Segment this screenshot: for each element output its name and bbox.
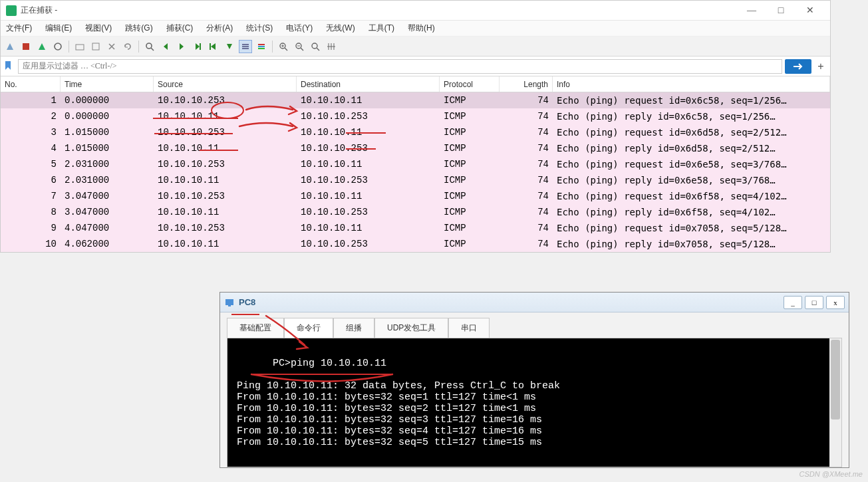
col-source-header[interactable]: Source — [154, 76, 297, 92]
table-row[interactable]: 20.00000010.10.10.1110.10.10.253ICMP74Ec… — [1, 108, 830, 124]
col-dst-cell: 10.10.10.11 — [297, 92, 440, 108]
col-proto-cell: ICMP — [440, 236, 500, 252]
table-row[interactable]: 41.01500010.10.10.1110.10.10.253ICMP74Ec… — [1, 140, 830, 156]
col-no-cell: 5 — [1, 156, 61, 172]
options-icon[interactable] — [51, 40, 65, 53]
packet-list[interactable]: 10.00000010.10.10.25310.10.10.11ICMP74Ec… — [1, 92, 830, 252]
table-row[interactable]: 83.04700010.10.10.1110.10.10.253ICMP74Ec… — [1, 204, 830, 220]
pc8-console[interactable]: PC>ping 10.10.10.11 Ping 10.10.10.11: 32… — [227, 338, 842, 467]
display-filter-input[interactable] — [18, 59, 782, 74]
minimize-button[interactable]: — — [737, 1, 766, 21]
tab-2[interactable]: 组播 — [333, 318, 374, 338]
col-info-cell: Echo (ping) request id=0x6c58, seq=1/256… — [553, 92, 830, 108]
maximize-button[interactable]: □ — [766, 1, 796, 21]
restart-capture-icon[interactable] — [35, 40, 49, 53]
tab-4[interactable]: 串口 — [448, 318, 490, 338]
go-first-icon[interactable] — [207, 40, 220, 53]
col-src-cell: 10.10.10.11 — [154, 204, 297, 220]
reload-icon[interactable] — [121, 40, 134, 53]
col-no-cell: 3 — [1, 124, 61, 140]
col-no-cell: 4 — [1, 140, 61, 156]
jump-packet-icon[interactable] — [191, 40, 204, 53]
svg-line-19 — [301, 48, 303, 51]
find-icon[interactable] — [143, 40, 156, 53]
table-row[interactable]: 52.03100010.10.10.25310.10.10.11ICMP74Ec… — [1, 156, 830, 172]
go-forward-icon[interactable] — [175, 40, 188, 53]
separator — [69, 41, 69, 53]
save-file-icon[interactable] — [89, 40, 102, 53]
stop-capture-icon[interactable] — [19, 40, 33, 53]
menu-统计[interactable]: 统计(S) — [243, 21, 275, 35]
pc8-titlebar[interactable]: PC8 _ □ x — [220, 293, 849, 312]
menu-视图[interactable]: 视图(V) — [82, 21, 114, 35]
resize-columns-icon[interactable] — [325, 40, 338, 53]
menu-分析[interactable]: 分析(A) — [204, 21, 235, 35]
menu-工具[interactable]: 工具(T) — [366, 21, 397, 35]
col-src-cell: 10.10.10.253 — [154, 220, 297, 236]
apply-filter-button[interactable] — [785, 59, 811, 74]
col-time-cell: 4.062000 — [61, 236, 154, 252]
menu-无线[interactable]: 无线(W) — [323, 21, 357, 35]
close-button[interactable]: ✕ — [796, 1, 825, 21]
table-row[interactable]: 10.00000010.10.10.25310.10.10.11ICMP74Ec… — [1, 92, 830, 108]
table-row[interactable]: 104.06200010.10.10.1110.10.10.253ICMP74E… — [1, 236, 830, 252]
col-dst-cell: 10.10.10.253 — [297, 236, 440, 252]
table-row[interactable]: 94.04700010.10.10.25310.10.10.11ICMP74Ec… — [1, 220, 830, 236]
menu-帮助[interactable]: 帮助(H) — [405, 21, 438, 35]
table-row[interactable]: 31.01500010.10.10.25310.10.10.11ICMP74Ec… — [1, 124, 830, 140]
pc8-app-icon — [224, 297, 235, 308]
col-proto-cell: ICMP — [440, 188, 500, 204]
col-no-header[interactable]: No. — [1, 76, 61, 92]
close-file-icon[interactable] — [105, 40, 118, 53]
col-time-cell: 2.031000 — [61, 172, 154, 188]
col-no-cell: 10 — [1, 236, 61, 252]
col-len-cell: 74 — [500, 220, 553, 236]
go-last-icon[interactable] — [223, 40, 236, 53]
table-row[interactable]: 62.03100010.10.10.1110.10.10.253ICMP74Ec… — [1, 172, 830, 188]
col-length-header[interactable]: Length — [500, 76, 553, 92]
open-file-icon[interactable] — [73, 40, 86, 53]
col-time-cell: 0.000000 — [61, 92, 154, 108]
zoom-reset-icon[interactable] — [309, 40, 322, 53]
col-time-cell: 1.015000 — [61, 140, 154, 156]
wireshark-titlebar[interactable]: 正在捕获 - — □ ✕ — [1, 1, 830, 21]
pc8-window: PC8 _ □ x 基础配置命令行组播UDP发包工具串口 PC>ping 10.… — [219, 292, 849, 468]
wireshark-title: 正在捕获 - — [21, 5, 737, 16]
tab-3[interactable]: UDP发包工具 — [374, 318, 448, 338]
menu-编辑[interactable]: 编辑(E) — [43, 21, 74, 35]
col-destination-header[interactable]: Destination — [297, 76, 440, 92]
scrollbar-thumb[interactable] — [831, 340, 840, 420]
col-info-header[interactable]: Info — [553, 76, 830, 92]
zoom-in-icon[interactable] — [277, 40, 290, 53]
tab-0[interactable]: 基础配置 — [227, 318, 284, 338]
table-row[interactable]: 73.04700010.10.10.25310.10.10.11ICMP74Ec… — [1, 188, 830, 204]
pc8-minimize-button[interactable]: _ — [784, 296, 802, 309]
go-back-icon[interactable] — [159, 40, 172, 53]
col-src-cell: 10.10.10.11 — [154, 172, 297, 188]
packet-list-header[interactable]: No. Time Source Destination Protocol Len… — [1, 76, 830, 92]
col-len-cell: 74 — [500, 92, 553, 108]
autoscroll-icon[interactable] — [239, 40, 252, 53]
menu-文件[interactable]: 文件(F) — [3, 21, 35, 35]
pc8-close-button[interactable]: x — [826, 296, 845, 309]
wireshark-toolbar — [1, 37, 830, 57]
menu-电话[interactable]: 电话(Y) — [283, 21, 315, 35]
col-info-cell: Echo (ping) request id=0x6e58, seq=3/768… — [553, 156, 830, 172]
col-no-cell: 1 — [1, 92, 61, 108]
col-src-cell: 10.10.10.253 — [154, 92, 297, 108]
add-filter-button[interactable]: + — [814, 59, 827, 74]
menu-跳转[interactable]: 跳转(G) — [122, 21, 155, 35]
colorize-icon[interactable] — [255, 40, 268, 53]
zoom-out-icon[interactable] — [293, 40, 306, 53]
tab-1[interactable]: 命令行 — [284, 318, 333, 338]
col-time-cell: 3.047000 — [61, 204, 154, 220]
col-time-header[interactable]: Time — [61, 76, 154, 92]
bookmark-icon[interactable] — [3, 60, 15, 72]
console-scrollbar[interactable] — [829, 338, 841, 467]
col-proto-cell: ICMP — [440, 156, 500, 172]
start-capture-icon[interactable] — [3, 40, 17, 53]
col-proto-cell: ICMP — [440, 204, 500, 220]
pc8-maximize-button[interactable]: □ — [805, 296, 823, 309]
col-protocol-header[interactable]: Protocol — [440, 76, 500, 92]
menu-捕获[interactable]: 捕获(C) — [164, 21, 196, 35]
